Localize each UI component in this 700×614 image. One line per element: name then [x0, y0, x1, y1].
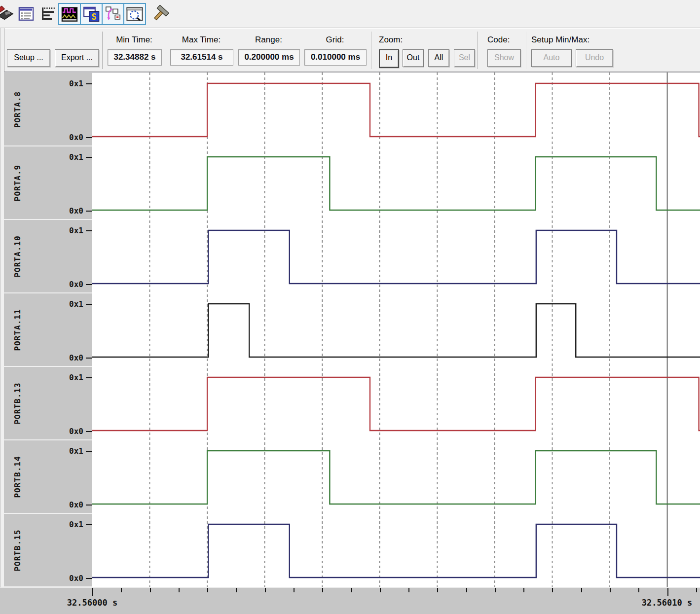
level-tick — [86, 451, 92, 452]
level-label-low: 0x0 — [69, 133, 92, 142]
waveform-trace-PORTA.8 — [92, 83, 700, 137]
axis-minor-tick — [466, 588, 467, 592]
setup-minmax-group-label: Setup Min/Max: — [531, 35, 589, 45]
programmer-icon[interactable] — [0, 3, 16, 24]
code-group-label: Code: — [487, 35, 510, 45]
axis-minor-tick — [696, 588, 697, 592]
control-bar: Setup ... Export ... Min Time: 32.34882 … — [0, 28, 700, 72]
channel-name-PORTA.9: PORTA.9 — [13, 164, 22, 201]
setup-minmax-auto-button[interactable]: Auto — [531, 49, 572, 67]
level-tick — [86, 358, 92, 359]
level-tick — [86, 505, 92, 506]
zoom-group-label: Zoom: — [379, 35, 403, 45]
level-tick — [86, 211, 92, 212]
level-label-low: 0x0 — [69, 500, 92, 509]
logic-analyzer-icon[interactable] — [58, 3, 81, 25]
divider — [102, 32, 103, 69]
hammer-icon[interactable] — [152, 3, 172, 24]
find-window-icon-glyph — [126, 5, 143, 23]
grid-field[interactable]: 0.010000 ms — [304, 49, 367, 66]
hammer-icon-glyph — [153, 5, 170, 23]
axis-minor-tick — [638, 588, 639, 592]
axis-minor-tick — [294, 588, 295, 592]
level-label-low: 0x0 — [69, 206, 92, 216]
waveform-plot[interactable] — [92, 72, 700, 587]
level-tick — [86, 304, 92, 305]
code-show-button[interactable]: Show — [487, 49, 521, 67]
axis-major-tick — [667, 588, 668, 596]
level-label-high: 0x1 — [69, 299, 92, 309]
waveform-trace-PORTB.14 — [92, 451, 700, 504]
channel-band-PORTB.15: PORTB.150x10x0 — [4, 514, 92, 586]
axis-minor-tick — [408, 588, 409, 592]
channel-band-PORTB.13: PORTB.130x10x0 — [4, 367, 92, 439]
channel-band-PORTA.9: PORTA.90x10x0 — [4, 146, 92, 219]
divider — [477, 32, 478, 69]
level-label-high: 0x1 — [69, 446, 92, 456]
axis-minor-tick — [179, 588, 180, 592]
channel-name-PORTB.15: PORTB.15 — [13, 529, 22, 571]
axis-minor-tick — [610, 588, 611, 592]
level-label-high: 0x1 — [69, 520, 92, 529]
channel-band-PORTA.10: PORTA.100x10x0 — [4, 220, 92, 292]
toolbar: S — [0, 0, 700, 28]
level-label-low: 0x0 — [69, 427, 92, 436]
time-axis: 32.56000 s 32.56010 s — [0, 587, 700, 614]
export-button[interactable]: Export ... — [55, 49, 99, 67]
channel-band-PORTB.14: PORTB.140x10x0 — [4, 440, 92, 513]
zoom-sel-button[interactable]: Sel — [454, 49, 475, 67]
axis-minor-tick — [265, 588, 266, 592]
max-time-field[interactable]: 32.61514 s — [170, 49, 233, 66]
channel-name-PORTA.11: PORTA.11 — [13, 309, 22, 351]
stimulus-controller-icon-glyph: S — [83, 5, 100, 23]
outline-icon-glyph — [40, 5, 57, 23]
channel-name-PORTB.14: PORTB.14 — [13, 456, 22, 498]
range-field[interactable]: 0.200000 ms — [238, 49, 300, 66]
axis-minor-tick — [351, 588, 352, 592]
axis-minor-tick — [523, 588, 524, 592]
setup-minmax-undo-button[interactable]: Undo — [576, 49, 613, 67]
setup-button[interactable]: Setup ... — [7, 49, 50, 67]
level-label-low: 0x0 — [69, 280, 92, 289]
outline-icon[interactable] — [38, 3, 58, 24]
min-time-field[interactable]: 32.34882 s — [108, 49, 162, 66]
channel-name-PORTB.13: PORTB.13 — [13, 382, 22, 424]
axis-minor-tick — [495, 588, 496, 592]
find-window-icon[interactable] — [123, 3, 146, 25]
divider — [371, 32, 372, 69]
logic-analyzer-window: { "toolbar": { "icons": [ {"name": "prog… — [0, 0, 700, 614]
stimulus-controller-icon[interactable]: S — [80, 3, 103, 25]
level-tick — [86, 157, 92, 158]
waveform-trace-PORTA.9 — [92, 157, 700, 210]
level-tick — [86, 578, 92, 579]
axis-minor-tick — [437, 588, 438, 592]
level-tick — [86, 284, 92, 285]
waveform-trace-PORTA.11 — [92, 304, 700, 357]
watch-window-icon-glyph — [18, 5, 35, 23]
divider — [526, 32, 527, 69]
axis-minor-tick — [380, 588, 381, 592]
dataflow-icon[interactable] — [102, 3, 124, 25]
zoom-in-button[interactable]: In — [379, 49, 399, 68]
channel-band-PORTA.8: PORTA.80x10x0 — [4, 73, 92, 145]
level-label-high: 0x1 — [69, 79, 92, 88]
watch-window-icon[interactable] — [16, 3, 36, 24]
axis-minor-tick — [581, 588, 582, 592]
programmer-icon-glyph — [0, 5, 14, 23]
level-label-low: 0x0 — [69, 353, 92, 362]
axis-minor-tick — [236, 588, 237, 592]
level-tick — [86, 230, 92, 231]
min-time-label: Min Time: — [108, 35, 161, 45]
level-label-high: 0x1 — [69, 373, 92, 382]
waveform-trace-PORTB.15 — [92, 524, 700, 578]
zoom-all-button[interactable]: All — [428, 49, 449, 67]
waveform-trace-PORTA.10 — [92, 230, 700, 284]
channel-name-PORTA.10: PORTA.10 — [13, 235, 22, 277]
dataflow-icon-glyph — [105, 5, 121, 23]
waveform-area: PORTA.80x10x0PORTA.90x10x0PORTA.100x10x0… — [4, 72, 700, 588]
axis-minor-tick — [552, 588, 553, 592]
logic-analyzer-icon-glyph — [61, 5, 78, 23]
level-tick — [86, 137, 92, 138]
axis-start-label: 32.56000 s — [67, 598, 117, 608]
zoom-out-button[interactable]: Out — [403, 49, 424, 67]
